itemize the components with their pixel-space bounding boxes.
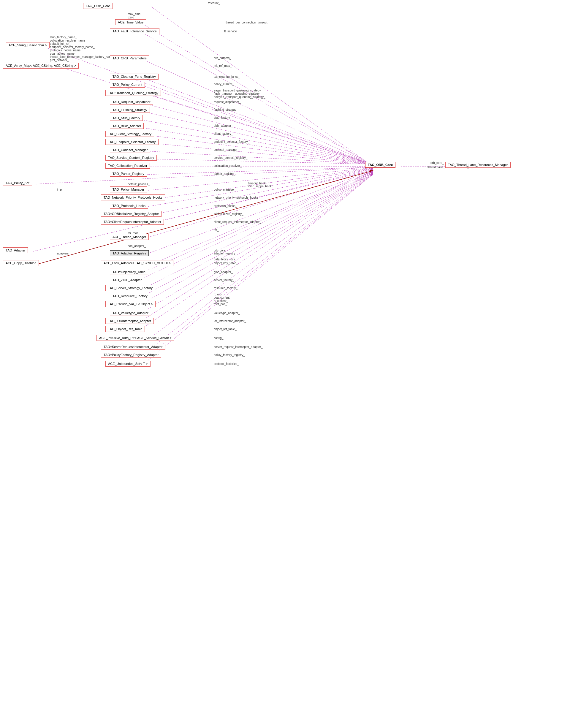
node-tao-ior-int[interactable]: TAO_IORInterceptor_Adapter [105,318,154,324]
label-protocols-hooks: protocols_hooks_ [214,204,237,208]
label-policy-mgr: policy_manager_ [214,188,236,191]
node-tao-server-req-int[interactable]: TAO::ServerRequestInterceptor_Adapter [101,344,165,350]
edges-svg [0,0,570,728]
node-ace-intrusive[interactable]: ACE_Intrusive_Auto_Ptr< ACE_Service_Gest… [96,335,174,341]
node-tao-network-prio[interactable]: TAO_Network_Priority_Protocols_Hooks [101,195,165,200]
node-tao-cleanup[interactable]: TAO_Cleanup_Func_Registry [110,74,159,79]
svg-line-16 [146,159,372,164]
svg-line-15 [142,151,372,164]
node-ace-atomic-op[interactable]: TAO_ORB_Core [83,3,113,9]
svg-line-17 [146,167,372,167]
label-root-poa: root_poa_ [214,302,227,306]
node-tao-flushing[interactable]: TAO_Flushing_Strategy [110,107,150,113]
node-tao-pseudo-var[interactable]: TAO_Pseudo_Var_T< Object > [105,301,156,307]
node-ace-thread-mgr[interactable]: ACE_Thread_Manager [110,234,149,240]
label-server-factory: server_factory_ [214,278,234,282]
label-tm: tm_ [214,228,219,232]
label-orb-params: orb_params_ [214,56,231,60]
node-tao-resource-factory[interactable]: TAO_Resource_Factory [110,293,150,299]
label-flushing: flushing_strategy_ [214,108,238,111]
label-obj-ref: object_ref_table_ [214,327,237,331]
node-tao-collocation[interactable]: TAO_Collocation_Resolver [105,163,150,169]
label-poa-adapter: poa_adapter_ [128,244,146,248]
node-tao-adapter[interactable]: TAO_Adapter [3,247,28,253]
label-collocation: collocation_resolver_ [214,164,242,168]
node-tao-stub-factory[interactable]: TAO_Stub_Factory [110,115,143,121]
label-poa-factory: poa_factory_name_ [50,52,76,55]
svg-line-24 [153,169,372,223]
label-thread-per: thread_per_connection_timeout_ [226,21,269,24]
svg-line-33 [141,172,372,297]
label-maxtime: max_time [128,12,140,16]
svg-line-32 [142,172,372,289]
label-giop: giop_adapter_ [214,270,233,274]
node-tao-orbinitializer[interactable]: TAO::ORBInitializer_Registry_Adapter [101,211,162,217]
label-stub-factory-name: stub_factory_name_ [50,36,77,39]
svg-line-11 [136,119,372,164]
svg-line-28 [37,171,372,264]
node-tao-service-ctx[interactable]: TAO_Service_Context_Registry [105,155,157,161]
label-valuetype: valuetype_adapter_ [214,311,240,315]
label-rt-current: rt_current_ [214,299,228,302]
label-stub-factory: stub_factory_ [214,116,232,119]
node-tao-ziop[interactable]: TAO_ZIOP_Adapter [110,277,144,283]
node-tao-policyfactory[interactable]: TAO::PolicyFactory_Registry_Adapter [101,352,161,358]
node-tao-server-strategy[interactable]: TAO_Server_Strategy_Factory [105,285,155,291]
node-tao-policy-set[interactable]: TAO_Policy_Set [3,180,32,186]
svg-line-23 [152,169,372,215]
label-orb-core2: orb_core_ [431,161,444,165]
svg-line-2 [142,33,372,165]
node-ace-copy-disabled[interactable]: ACE_Copy_Disabled [3,260,39,266]
node-tao-orb-params[interactable]: TAO_ORB_Parameters [110,55,149,61]
svg-line-25 [146,170,372,238]
node-tao-policy-current[interactable]: TAO_Policy_Current [110,82,145,87]
label-default-pol: default_policies_ [128,183,150,186]
node-tao-transport-queue[interactable]: TAO::Transport_Queuing_Strategy [105,90,161,96]
node-tao-thread-lane[interactable]: TAO_Thread_Lane_Resources_Manager [445,162,511,168]
label-delayed: delayed_transport_queueing_strategy_ [214,95,265,98]
node-ace-lock-adapter[interactable]: ACE_Lock_Adapter< TAO_SYNCH_MUTEX > [101,260,174,266]
svg-line-12 [136,127,372,164]
node-tao-request-disp[interactable]: TAO_Request_Dispatcher [110,99,153,105]
node-tao-adapter-registry[interactable]: TAO_Adapter_Registry [110,250,149,256]
node-ace-unbounded[interactable]: ACE_Unbounded_Set< T > [105,361,151,367]
node-tao-client-req-int[interactable]: TAO::ClientRequestInterceptor_Adapter [101,219,164,225]
label-thread-lane-name: thread_lane_resources_manager_factory_na… [50,55,115,58]
node-ace-string-base[interactable]: ACE_String_Base< char > [6,42,50,48]
node-tao-client-strategy[interactable]: TAO_Client_Strategy_Factory [105,131,154,137]
label-client-req: client_request_interceptor_adapter_ [214,220,261,224]
label-server-req-int: server_request_interceptor_adapter_ [214,345,263,348]
svg-line-38 [149,174,372,339]
label-sync-scope: sync_scope_hook_ [248,185,273,188]
label-codeset: codeset_manager_ [214,148,239,152]
node-ace-time-value[interactable]: ACE_Time_Value [115,19,146,25]
node-tao-valuetype[interactable]: TAO_Valuetype_Adapter [110,310,151,316]
node-tao-orb-core[interactable]: TAO_ORB_Core [365,162,395,168]
node-tao-policy-mgr[interactable]: TAO_Policy_Manager [110,187,147,192]
node-tao-bidir[interactable]: TAO_BiDir_Adapter [110,123,144,129]
node-tao-parser[interactable]: TAO_Parser_Registry [110,171,147,177]
svg-line-3 [42,46,372,165]
svg-line-19 [36,168,372,184]
svg-line-35 [139,173,372,314]
label-ior-int: ior_interceptor_adapter_ [214,319,246,323]
svg-line-34 [139,173,372,305]
label-object-key: object_key_table_ [214,262,238,265]
node-ace-array-map[interactable]: ACE_Array_Map< ACE_CString, ACE_CString … [3,63,79,68]
label-poa-current: poa_current_ [214,296,231,299]
node-tao-codeset[interactable]: TAO_Codeset_Manager [110,147,150,153]
label-data-block: data_block_lock_ [214,258,237,261]
label-policy-current: policy_current_ [214,82,234,86]
node-tao-endpoint-sel[interactable]: TAO_Endpoint_Selector_Factory [105,139,159,145]
label-default-init: default_init_ref_ [50,42,71,45]
label-flush: flush_transport_queueing_strategy_ [214,92,261,95]
node-tao-objectkey[interactable]: TAO::ObjectKey_Table [110,269,148,275]
label-service-ctx: service_context_registry_ [214,156,247,160]
node-tao-protocols-hooks[interactable]: TAO_Protocols_Hooks [110,203,148,209]
node-tao-object-ref[interactable]: TAO_Object_Ref_Table [105,326,145,332]
svg-line-4 [142,59,372,165]
node-tao-fault[interactable]: TAO_Fault_Tolerance_Service [110,28,160,34]
label-tss-cleanup: tss_cleanup_funcs_ [214,75,240,78]
label-endpoint-name: endpoint_selector_factory_name_ [50,45,95,49]
label-adapter-registry: adapter_registry_ [214,252,237,255]
